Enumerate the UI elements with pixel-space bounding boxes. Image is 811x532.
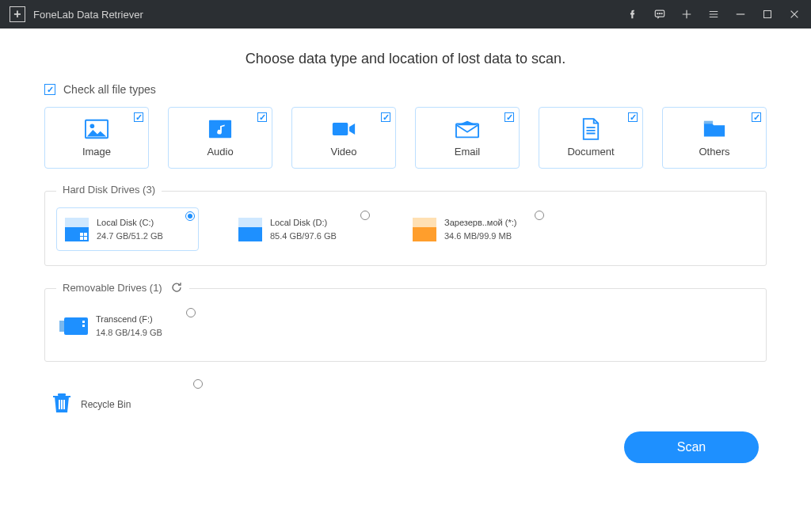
type-video[interactable]: Video: [291, 107, 396, 169]
type-checkbox[interactable]: [752, 112, 761, 122]
type-image[interactable]: Image: [44, 107, 149, 169]
folder-icon: [702, 119, 726, 139]
svg-rect-18: [61, 400, 63, 409]
close-icon[interactable]: [787, 7, 801, 21]
drive-name: Зарезерв..мой (*:): [444, 216, 516, 230]
svg-rect-11: [80, 233, 83, 236]
recycle-radio[interactable]: [193, 379, 203, 389]
type-checkbox[interactable]: [257, 112, 267, 122]
minimize-icon[interactable]: [733, 7, 748, 21]
svg-rect-13: [80, 237, 83, 240]
svg-point-2: [659, 13, 660, 14]
svg-rect-14: [84, 237, 87, 240]
svg-rect-8: [333, 123, 348, 135]
drive-radio[interactable]: [360, 211, 370, 220]
svg-rect-19: [63, 400, 65, 409]
trash-icon: [52, 392, 71, 417]
plus-icon[interactable]: [680, 7, 694, 21]
type-label: Video: [330, 146, 356, 158]
hdd-section-title: Hard Disk Drives (3): [56, 184, 162, 196]
drive-usb[interactable]: Transcend (F:) 14.8 GB/14.9 GB: [56, 305, 199, 347]
type-checkbox[interactable]: [504, 112, 514, 122]
type-checkbox[interactable]: [628, 112, 638, 122]
type-label: Email: [455, 146, 481, 158]
disk-icon: [238, 218, 262, 241]
svg-point-3: [661, 13, 662, 14]
type-label: Image: [82, 146, 111, 158]
disk-icon: [65, 218, 89, 241]
check-all-row[interactable]: Check all file types: [44, 83, 767, 96]
titlebar: FoneLab Data Retriever: [0, 0, 811, 28]
drive-radio[interactable]: [535, 211, 544, 220]
check-all-label: Check all file types: [63, 83, 156, 96]
app-title: FoneLab Data Retriever: [33, 9, 143, 21]
removable-section-title: Removable Drives (1): [63, 282, 162, 294]
type-label: Audio: [207, 146, 233, 158]
recycle-bin-label: Recycle Bin: [81, 399, 131, 410]
removable-section: Removable Drives (1) Transcend (F:) 14.8…: [44, 288, 767, 362]
drive-size: 34.6 MB/99.9 MB: [444, 230, 516, 243]
drive-d[interactable]: Local Disk (D:) 85.4 GB/97.6 GB: [230, 207, 373, 251]
svg-rect-17: [59, 400, 60, 409]
check-all-checkbox[interactable]: [44, 84, 55, 95]
drive-size: 24.7 GB/51.2 GB: [97, 230, 163, 243]
type-checkbox[interactable]: [381, 112, 390, 122]
drive-c[interactable]: Local Disk (C:) 24.7 GB/51.2 GB: [56, 207, 199, 251]
document-icon: [579, 119, 603, 139]
svg-point-1: [657, 13, 658, 14]
type-label: Others: [699, 146, 729, 158]
drive-name: Local Disk (D:): [270, 216, 337, 230]
recycle-bin-option[interactable]: Recycle Bin: [44, 384, 187, 425]
svg-rect-10: [704, 120, 713, 124]
svg-rect-4: [764, 11, 771, 18]
type-audio[interactable]: Audio: [168, 107, 272, 169]
image-icon: [85, 119, 109, 139]
svg-rect-16: [53, 396, 70, 397]
drive-name: Local Disk (C:): [97, 216, 163, 230]
svg-point-6: [90, 124, 95, 128]
scan-button[interactable]: Scan: [624, 431, 759, 463]
refresh-icon[interactable]: [170, 281, 183, 294]
drive-size: 85.4 GB/97.6 GB: [270, 230, 337, 243]
drive-radio[interactable]: [185, 211, 195, 221]
type-email[interactable]: Email: [415, 107, 520, 169]
drive-reserved[interactable]: Зарезерв..мой (*:) 34.6 MB/99.9 MB: [405, 207, 547, 251]
type-others[interactable]: Others: [662, 107, 767, 169]
drive-radio[interactable]: [186, 308, 196, 317]
audio-icon: [208, 119, 232, 139]
email-icon: [455, 119, 479, 139]
svg-rect-15: [58, 393, 66, 396]
disk-icon: [413, 218, 436, 241]
svg-rect-12: [84, 233, 87, 236]
video-icon: [332, 119, 356, 139]
type-grid: Image Audio Video Email Document Others: [44, 107, 767, 169]
facebook-icon[interactable]: [626, 7, 640, 21]
usb-icon: [64, 317, 88, 335]
hdd-section: Hard Disk Drives (3) Local Disk (C:) 24.…: [44, 191, 767, 266]
app-logo-icon: [10, 6, 25, 22]
drive-name: Transcend (F:): [96, 313, 162, 326]
menu-icon[interactable]: [706, 7, 721, 21]
type-label: Document: [567, 146, 614, 158]
drive-size: 14.8 GB/14.9 GB: [96, 326, 162, 340]
svg-rect-9: [456, 124, 478, 137]
page-heading: Choose data type and location of lost da…: [44, 51, 767, 67]
maximize-icon[interactable]: [760, 7, 775, 21]
feedback-icon[interactable]: [653, 7, 667, 21]
type-checkbox[interactable]: [134, 112, 143, 122]
type-document[interactable]: Document: [539, 107, 643, 169]
